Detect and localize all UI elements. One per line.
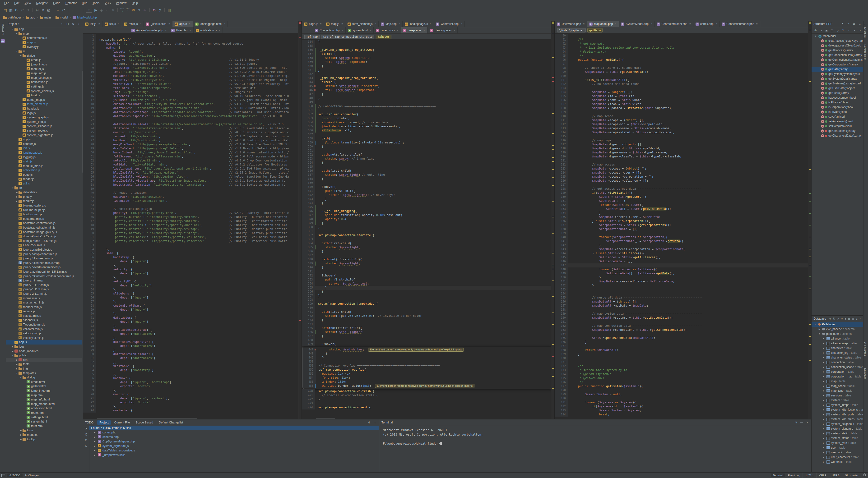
eg-mid-error-stripe[interactable] (551, 21, 554, 419)
upload-icon[interactable]: ⇧ (136, 7, 142, 13)
structure-toolbar-icon[interactable]: ▣ (825, 28, 828, 32)
project-tree-row[interactable]: 010dom.jsPlumb-1.7.5-min.js (6, 239, 82, 243)
line-ending-widget[interactable]: CRLF (816, 473, 829, 478)
database-table-row[interactable]: ▶system: table (811, 398, 864, 403)
database-table-row[interactable]: ▶wormhole: table (811, 459, 864, 464)
database-header-icon[interactable]: ⚒ (840, 317, 843, 321)
database-table-row[interactable]: ▶corporation_map: table (811, 374, 864, 379)
menu-help[interactable]: Help (129, 1, 140, 5)
tab-main.js[interactable]: JSmain.js✕ (122, 21, 144, 27)
project-tree-row[interactable]: JSform_element.js (6, 102, 82, 106)
tab-close-icon[interactable]: ✕ (118, 23, 120, 25)
readonly-lock-icon[interactable] (863, 474, 866, 476)
project-tree-row[interactable]: Hcredit.html (6, 380, 82, 384)
tab-Controller.php[interactable]: PController.php✕ (434, 21, 464, 27)
help-icon[interactable]: ? (157, 7, 163, 13)
project-tree-row[interactable]: 010jquery.fullscreen.min.js (6, 256, 82, 261)
project-tree-row[interactable]: JSbootstrap-confirmation.js (6, 221, 82, 225)
menu-run[interactable]: Run (80, 1, 90, 5)
database-table-row[interactable]: ▶system_kills_factions: table (811, 407, 864, 412)
tab-_map.scss[interactable]: S_map.scss✕ (401, 27, 428, 33)
project-tree-row[interactable]: ▼lib (6, 186, 82, 190)
project-tree-row[interactable]: 010EasePack.min.js (6, 243, 82, 248)
editor-group-right[interactable]: PUserModel.php✕PMapModel.php✕PSystemMode… (555, 21, 811, 419)
structure-method-row[interactable]: mgetCharacters():array (811, 128, 864, 133)
git-branch-widget[interactable]: Git: master (842, 473, 861, 478)
project-tree-row[interactable]: 010bootbox.min.js (6, 212, 82, 217)
run-configuration-select[interactable]: ▼ (86, 8, 92, 12)
project-tree-row[interactable]: Hmap_manual.html (6, 402, 82, 406)
terminal-prompt[interactable]: F:\webpages\exodus4d\pathfinder> (383, 441, 811, 446)
project-tree-row[interactable]: Hsystem.html (6, 419, 82, 424)
project-tree-row[interactable]: JSsystem_signature.js (6, 133, 82, 137)
tab-close-icon[interactable]: ✕ (168, 23, 170, 25)
project-tree-row[interactable]: ▶css (6, 358, 82, 362)
copy-icon[interactable]: ⧉ (40, 7, 46, 13)
project-tree-row[interactable]: Hsettings.html (6, 415, 82, 419)
structure-method-row[interactable]: mgetData():array (811, 67, 864, 72)
project-tree-row[interactable]: JScredit.js (6, 58, 82, 62)
tool-stripe-remote-host[interactable]: Remote Host (864, 43, 867, 61)
breadcrumb-item[interactable]: pathfinder (2, 15, 22, 20)
project-tree-row[interactable]: JSinit.js (6, 146, 82, 151)
structure-method-row[interactable]: mclearAccess([clearKeys : array = (811, 38, 864, 43)
replace-icon[interactable]: ⇄ (61, 7, 66, 13)
structure-method-row[interactable]: misAlliance():bool (811, 100, 864, 105)
back-icon[interactable]: ← (70, 7, 76, 13)
project-tree-row[interactable]: 010velocity.ui.min.js (6, 336, 82, 340)
todo-file-row[interactable]: ▶JSdataTables.responsive.js (89, 448, 379, 453)
todo-strip-icon[interactable]: ⟳ (85, 427, 87, 431)
database-header-icon[interactable]: ⎘ (833, 317, 835, 321)
project-tree-row[interactable]: JSblueimp-helper.js (6, 208, 82, 212)
coverage-icon[interactable]: ◌ (104, 7, 110, 13)
project-tree-row[interactable]: ▼app (6, 27, 82, 32)
menu-navigate[interactable]: Navigate (34, 1, 50, 5)
project-tree-row[interactable]: JSmodule_map.js (6, 164, 82, 168)
menu-edit[interactable]: Edit (12, 1, 22, 5)
structure-method-row[interactable]: mgetConnectionData():array (811, 53, 864, 57)
database-header-icon[interactable]: ▤ (852, 317, 854, 321)
debug-icon[interactable]: ◈ (99, 7, 104, 13)
project-tree-row[interactable]: JSnotification.js (6, 80, 82, 85)
tab-UserModel.php[interactable]: PUserModel.php✕ (555, 21, 587, 27)
project-tree-row[interactable]: 010dom.jsPlumb-1.7.2-min.js (6, 234, 82, 239)
todo-file-row[interactable]: ▶S_dropdowns.scss (89, 453, 379, 457)
find-icon[interactable]: ⌕ (55, 7, 61, 13)
project-tree-row[interactable]: JSutil.js (6, 181, 82, 186)
toolwindow-button-9-changes[interactable]: 9: Changes (23, 474, 41, 477)
tab-landingpage.html[interactable]: Hlandingpage.html✕ (193, 21, 228, 27)
tab-app.js[interactable]: JSapp.js✕ (173, 21, 193, 27)
project-tree-row[interactable]: JSnotification.js (6, 168, 82, 172)
tab-CharacterModel.php[interactable]: PCharacterModel.php✕ (654, 21, 693, 27)
terminal-header-icon[interactable]: ― (800, 420, 804, 425)
tab-close-icon[interactable]: ✕ (223, 23, 225, 25)
menu-refactor[interactable]: Refactor (63, 1, 79, 5)
project-tree-row[interactable]: JScounter.js (6, 141, 82, 146)
project-tree-row[interactable]: JSslidebars.js (6, 318, 82, 322)
project-tree-row[interactable]: JSapp.js (6, 340, 82, 345)
todo-tab-project[interactable]: Project (97, 420, 111, 425)
editor-group-middle[interactable]: JSpage.js✕JSmap.js✕JSform_element.js✕PMa… (302, 21, 555, 419)
structure-toolbar-icon[interactable]: ⓕ (830, 28, 834, 32)
run-icon[interactable]: ▶ (93, 7, 99, 13)
project-tree-row[interactable]: 010jquery.easypiechart.min.js (6, 252, 82, 256)
tab-cortex.php[interactable]: Pcortex.php✕ (693, 21, 720, 27)
database-table-row[interactable]: ▶system_type: table (811, 441, 864, 445)
project-tree-row[interactable]: ▶img (6, 367, 82, 371)
database-table-row[interactable]: ▶alliance_map: table (811, 341, 864, 346)
project-tree-row[interactable]: Hmap.html (6, 393, 82, 397)
editor-group-left[interactable]: JSinit.js✕JSutil.js✕JSmain.js✕S_colors.s… (83, 21, 302, 419)
structure-toolbar-icon[interactable]: ⇕ (847, 28, 851, 32)
database-header-icon[interactable]: ■ (844, 317, 847, 321)
tab-close-icon[interactable]: ✕ (98, 23, 100, 25)
tab-close-icon[interactable]: ✕ (650, 23, 652, 25)
project-tree-row[interactable]: JSlogo.js (6, 111, 82, 115)
structure-method-row[interactable]: mgetConnections():array|mixed (811, 57, 864, 62)
tab-_main.scss[interactable]: S_main.scss✕ (374, 27, 401, 33)
project-tree-row[interactable]: 010jquery.mCustomScrollbar.concat.min.js (6, 274, 82, 278)
project-tree-row[interactable]: ▼dialog (6, 375, 82, 380)
tab-page.js[interactable]: JSpage.js✕ (302, 21, 324, 27)
project-tree-row[interactable]: JSjquery.dragToSelect.js (6, 248, 82, 252)
structure-toolbar-icon[interactable]: » (858, 28, 862, 32)
project-tree-row[interactable]: ▶fonts (6, 362, 82, 367)
